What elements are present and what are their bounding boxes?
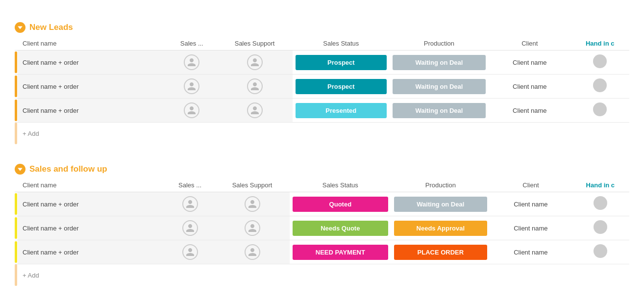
add-row-label[interactable]: + Add [18,123,629,145]
row-client-cell: Client name [489,51,570,75]
row-sales-avatar[interactable] [167,99,217,123]
row-client-name: Client name + order [18,51,167,75]
col-handin-header: Hand in c [571,178,629,192]
status-badge[interactable]: Quoted [293,197,388,212]
col-production-header: Production [390,37,489,51]
collapse-arrow[interactable] [15,164,25,175]
status-badge[interactable]: Presented [296,103,387,118]
section-header-new-leads[interactable]: New Leads [15,22,629,33]
col-status-header: Sales Status [290,178,391,192]
avatar[interactable] [182,220,198,236]
row-client-name: Client name + order [18,216,165,240]
col-support-header: Sales Support [217,37,293,51]
row-client-cell: Client name [490,216,571,240]
section-sales-follow-up: Sales and follow up Client name Sales ..… [15,164,629,286]
table-wrapper-new-leads: Client name Sales ... Sales Support Sale… [15,37,629,144]
avatar[interactable] [184,102,199,118]
row-sales-avatar[interactable] [167,75,217,99]
col-client-header: Client [489,37,570,51]
row-client-cell: Client name [490,192,571,216]
col-name-header: Client name [18,37,167,51]
row-client-name: Client name + order [18,240,165,264]
row-status-cell[interactable]: Needs Quote [290,216,391,240]
add-row[interactable]: + Add [15,264,629,286]
row-production-cell[interactable]: PLACE ORDER [391,240,491,264]
data-table-new-leads: Client name Sales ... Sales Support Sale… [15,37,629,144]
section-header-sales-follow-up[interactable]: Sales and follow up [15,164,629,175]
section-title: Sales and follow up [29,164,107,174]
row-support-avatar[interactable] [217,51,293,75]
avatar[interactable] [247,54,263,70]
row-client-name: Client name + order [18,75,167,99]
row-sales-avatar[interactable] [167,51,217,75]
row-production-cell[interactable]: Waiting on Deal [390,75,489,99]
row-support-avatar[interactable] [217,75,293,99]
collapse-arrow[interactable] [15,22,25,33]
table-row[interactable]: Client name + order Prospect Waiting on … [15,51,629,75]
row-handin-cell[interactable] [571,216,629,240]
row-handin-cell[interactable] [571,192,629,216]
status-badge[interactable]: Needs Quote [293,221,388,236]
production-badge[interactable]: Waiting on Deal [393,103,486,118]
section-new-leads: New Leads Client name Sales ... Sales Su… [15,22,629,144]
handin-circle-button[interactable] [594,220,607,234]
add-row-label[interactable]: + Add [18,264,629,286]
col-sales-header: Sales ... [165,178,215,192]
row-production-cell[interactable]: Waiting on Deal [390,51,489,75]
status-badge[interactable]: NEED PAYMENT [293,245,388,260]
row-sales-avatar[interactable] [165,192,215,216]
table-row[interactable]: Client name + order Presented Waiting on… [15,99,629,123]
row-production-cell[interactable]: Waiting on Deal [391,192,491,216]
table-row[interactable]: Client name + order Quoted Waiting on De… [15,192,629,216]
status-badge[interactable]: Prospect [296,55,387,70]
avatar[interactable] [182,196,198,212]
handin-circle-button[interactable] [594,244,607,258]
row-handin-cell[interactable] [570,51,629,75]
row-sales-avatar[interactable] [165,240,215,264]
col-client-header: Client [490,178,571,192]
row-status-cell[interactable]: NEED PAYMENT [290,240,391,264]
production-badge[interactable]: PLACE ORDER [394,245,488,260]
row-support-avatar[interactable] [215,240,290,264]
table-row[interactable]: Client name + order NEED PAYMENT PLACE O… [15,240,629,264]
row-status-cell[interactable]: Prospect [293,75,390,99]
row-handin-cell[interactable] [570,75,629,99]
production-badge[interactable]: Waiting on Deal [393,79,486,94]
status-badge[interactable]: Prospect [296,79,387,94]
row-support-avatar[interactable] [215,192,290,216]
row-handin-cell[interactable] [571,240,629,264]
handin-circle-button[interactable] [593,78,607,92]
col-handin-header: Hand in c [570,37,629,51]
row-production-cell[interactable]: Waiting on Deal [390,99,489,123]
row-client-name: Client name + order [18,192,165,216]
col-support-header: Sales Support [215,178,290,192]
production-badge[interactable]: Needs Approval [394,221,488,236]
col-name-header: Client name [18,178,165,192]
row-status-cell[interactable]: Presented [293,99,390,123]
avatar[interactable] [182,244,198,260]
handin-circle-button[interactable] [593,54,607,68]
row-production-cell[interactable]: Needs Approval [391,216,491,240]
add-row[interactable]: + Add [15,123,629,145]
row-support-avatar[interactable] [217,99,293,123]
production-badge[interactable]: Waiting on Deal [394,197,488,212]
production-badge[interactable]: Waiting on Deal [393,55,486,70]
col-production-header: Production [391,178,491,192]
row-status-cell[interactable]: Quoted [290,192,391,216]
avatar[interactable] [247,102,263,118]
handin-circle-button[interactable] [594,196,607,210]
row-client-cell: Client name [490,240,571,264]
row-sales-avatar[interactable] [165,216,215,240]
row-handin-cell[interactable] [570,99,629,123]
avatar[interactable] [184,54,199,70]
avatar[interactable] [184,78,199,94]
row-status-cell[interactable]: Prospect [293,51,390,75]
row-support-avatar[interactable] [215,216,290,240]
table-row[interactable]: Client name + order Prospect Waiting on … [15,75,629,99]
handin-circle-button[interactable] [593,102,607,116]
avatar[interactable] [245,244,260,260]
avatar[interactable] [245,220,260,236]
avatar[interactable] [245,196,260,212]
avatar[interactable] [247,78,263,94]
table-row[interactable]: Client name + order Needs Quote Needs Ap… [15,216,629,240]
